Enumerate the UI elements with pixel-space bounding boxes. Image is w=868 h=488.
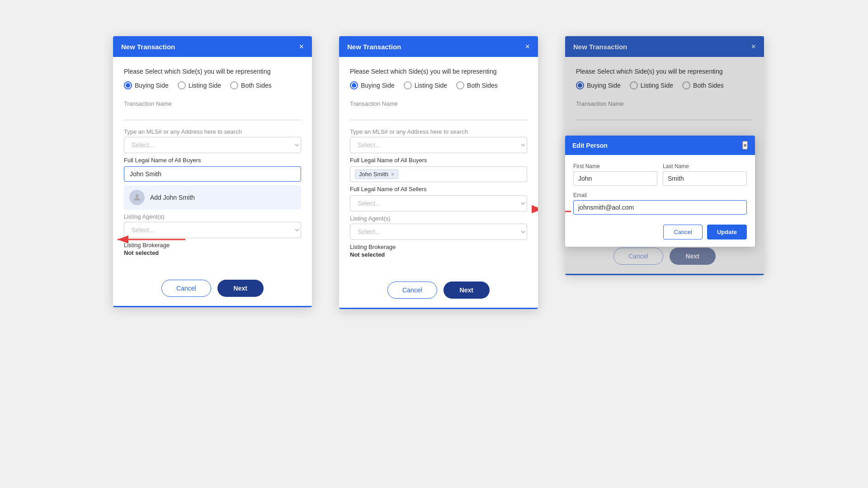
last-name-field: Last Name (663, 163, 747, 186)
suggestion-name-1: Add John Smith (150, 194, 195, 201)
sellers-select-2[interactable]: Select... (350, 195, 527, 211)
progress-bar-1 (113, 306, 312, 307)
cancel-button-2[interactable]: Cancel (387, 282, 437, 299)
side-select-label-1: Please Select which Side(s) you will be … (124, 68, 301, 75)
side-select-label-3: Please Select which Side(s) you will be … (576, 68, 753, 75)
svg-point-0 (136, 194, 139, 197)
next-button-3[interactable]: Next (670, 248, 716, 265)
transaction-name-input-1[interactable] (124, 109, 301, 120)
edit-person-footer: Cancel Update (565, 221, 755, 247)
listing-agents-label-1: Listing Agent(s) (124, 213, 301, 220)
dialog-1-header: New Transaction × (113, 36, 312, 57)
email-input[interactable] (573, 200, 747, 215)
next-button-1[interactable]: Next (217, 280, 264, 297)
radio-buying-side-circle-2 (350, 81, 358, 89)
suggestion-avatar-1 (129, 190, 145, 205)
buyer-tag-remove-2[interactable]: × (391, 171, 394, 178)
edit-person-modal: Edit Person × First Name Last Name Email (565, 136, 755, 247)
dialog-1-title: New Transaction (121, 43, 175, 51)
radio-both-sides-label-2: Both Sides (467, 82, 498, 89)
dialog-3-header: New Transaction × (565, 36, 764, 57)
radio-listing-side-1[interactable]: Listing Side (178, 81, 221, 89)
side-radio-group-2: Buying Side Listing Side Both Sides (350, 81, 527, 89)
arrow-3 (565, 205, 578, 218)
buyers-input-1[interactable] (124, 166, 301, 182)
buyer-tag-name-2: John Smith (359, 171, 388, 178)
transaction-name-label-3: Transaction Name (576, 100, 753, 107)
radio-both-sides-circle-1 (230, 81, 238, 89)
side-radio-group-3: Buying Side Listing Side Both Sides (576, 81, 753, 89)
mls-label-2: Type an MLS# or any Address here to sear… (350, 128, 527, 135)
mls-select-1[interactable]: Select... (124, 137, 301, 153)
mls-label-1: Type an MLS# or any Address here to sear… (124, 128, 301, 135)
first-name-field: First Name (573, 163, 657, 186)
brokerage-value-2: Not selected (350, 251, 527, 258)
dialog-1-body: Please Select which Side(s) you will be … (113, 57, 312, 274)
radio-buying-side-label-2: Buying Side (361, 82, 395, 89)
radio-listing-side-label-1: Listing Side (189, 82, 221, 89)
edit-person-title: Edit Person (572, 142, 608, 149)
dialog-1-footer: Cancel Next (113, 274, 312, 306)
dialog-3-title: New Transaction (573, 43, 627, 51)
brokerage-value-1: Not selected (124, 249, 301, 256)
dialog-3-close-button[interactable]: × (751, 42, 756, 51)
radio-buying-side-2[interactable]: Buying Side (350, 81, 395, 89)
edit-person-cancel-button[interactable]: Cancel (663, 225, 702, 239)
radio-buying-side-label-3: Buying Side (587, 82, 621, 89)
next-button-2[interactable]: Next (443, 282, 490, 299)
buyers-tag-box-2: John Smith × (350, 166, 527, 182)
listing-agents-label-2: Listing Agent(s) (350, 215, 527, 222)
radio-both-sides-3[interactable]: Both Sides (682, 81, 724, 89)
radio-listing-side-circle-1 (178, 81, 186, 89)
dialog-2-body: Please Select which Side(s) you will be … (339, 57, 538, 276)
cancel-button-3[interactable]: Cancel (613, 248, 663, 265)
dialog-1: New Transaction × Please Select which Si… (113, 36, 312, 307)
radio-buying-side-3[interactable]: Buying Side (576, 81, 621, 89)
radio-both-sides-label-3: Both Sides (693, 82, 724, 89)
edit-person-close-button[interactable]: × (742, 141, 748, 150)
dialog-2-close-button[interactable]: × (525, 42, 530, 51)
last-name-input[interactable] (663, 171, 747, 186)
buyer-tag-2[interactable]: John Smith × (355, 169, 398, 179)
cancel-button-1[interactable]: Cancel (161, 280, 211, 297)
dialog-2-header: New Transaction × (339, 36, 538, 57)
name-fields: First Name Last Name (573, 163, 747, 186)
radio-listing-side-label-3: Listing Side (641, 82, 673, 89)
radio-both-sides-1[interactable]: Both Sides (230, 81, 272, 89)
radio-both-sides-label-1: Both Sides (241, 82, 272, 89)
radio-buying-side-circle-3 (576, 81, 584, 89)
listing-agents-select-2[interactable]: Select... (350, 224, 527, 240)
dialog-3-footer: Cancel Next (565, 242, 764, 274)
first-name-input[interactable] (573, 171, 657, 186)
radio-listing-side-2[interactable]: Listing Side (404, 81, 447, 89)
radio-both-sides-circle-3 (682, 81, 690, 89)
sellers-label-2: Full Legal Name of All Sellers (350, 186, 527, 192)
buyers-label-2: Full Legal Name of All Buyers (350, 157, 527, 164)
transaction-name-label-2: Transaction Name (350, 100, 527, 107)
first-name-label: First Name (573, 163, 657, 169)
buyers-label-1: Full Legal Name of All Buyers (124, 157, 301, 164)
radio-listing-side-3[interactable]: Listing Side (630, 81, 673, 89)
suggestion-add-john-smith-1[interactable]: Add John Smith (124, 185, 301, 210)
radio-buying-side-circle-1 (124, 81, 132, 89)
brokerage-label-1: Listing Brokerage (124, 242, 301, 249)
transaction-name-input-2[interactable] (350, 109, 527, 120)
progress-bar-2 (339, 308, 538, 309)
radio-both-sides-circle-2 (456, 81, 464, 89)
radio-buying-side-label-1: Buying Side (135, 82, 169, 89)
side-select-label-2: Please Select which Side(s) you will be … (350, 68, 527, 75)
listing-agents-select-1[interactable]: Select... (124, 222, 301, 238)
transaction-name-label-1: Transaction Name (124, 100, 301, 107)
radio-buying-side-1[interactable]: Buying Side (124, 81, 169, 89)
edit-person-body: First Name Last Name Email (565, 155, 755, 221)
dialog-3-container: New Transaction × Please Select which Si… (565, 36, 755, 275)
dialog-1-close-button[interactable]: × (299, 42, 304, 51)
side-radio-group-1: Buying Side Listing Side Both Sides (124, 81, 301, 89)
transaction-name-input-3[interactable] (576, 109, 753, 120)
last-name-label: Last Name (663, 163, 747, 169)
radio-both-sides-2[interactable]: Both Sides (456, 81, 498, 89)
radio-listing-side-circle-2 (404, 81, 412, 89)
radio-listing-side-circle-3 (630, 81, 638, 89)
edit-person-update-button[interactable]: Update (707, 225, 747, 239)
mls-select-2[interactable]: Select... (350, 137, 527, 153)
